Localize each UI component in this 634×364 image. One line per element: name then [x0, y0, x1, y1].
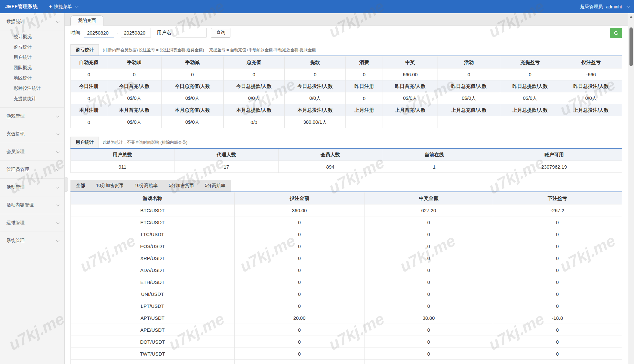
- table-cell: 充提盈亏: [500, 57, 560, 68]
- table-row: LTC/USDT000: [71, 228, 622, 240]
- table-cell: 0: [346, 68, 383, 80]
- sidebar-submenu: 统计概况盈亏统计用户统计团队概况地区统计彩种投注统计充提款统计: [0, 30, 64, 107]
- table-cell: ADA/USDT: [71, 264, 235, 276]
- user-menu[interactable]: 超级管理员 adminht: [580, 4, 629, 10]
- table-cell: LTC/USDT: [71, 228, 235, 240]
- quick-menu-button[interactable]: + 快捷菜单: [49, 4, 78, 10]
- scrollbar-up-arrow-icon[interactable]: [629, 16, 633, 18]
- scrollbar-thumb[interactable]: [629, 27, 633, 66]
- username-input[interactable]: [176, 28, 206, 37]
- table-row: ADA/USDT000: [71, 264, 622, 276]
- table-cell: 0$/0人: [162, 92, 223, 104]
- refresh-icon: [613, 30, 619, 36]
- table-cell: 0: [234, 264, 365, 276]
- table-cell: 0: [234, 276, 365, 288]
- user-section-note: 此处为总计，不受查询时间影响 (排除内部会员): [103, 140, 187, 145]
- table-cell: 0: [365, 240, 493, 252]
- table-cell: 0: [365, 300, 493, 312]
- table-cell: 消费: [346, 57, 383, 68]
- table-cell: 1: [382, 161, 486, 173]
- sidebar-group-member-mgmt[interactable]: 会员管理: [0, 143, 64, 161]
- topbar: JEFF管理系统 + 快捷菜单 超级管理员 adminht: [0, 0, 634, 13]
- game-category-tab[interactable]: 5分加密货币: [163, 180, 199, 192]
- table-cell: -666: [560, 68, 622, 80]
- table-cell: 894: [279, 161, 382, 173]
- table-cell: 用户总数: [71, 149, 174, 161]
- search-button[interactable]: 查询: [211, 28, 230, 38]
- table-cell: 上月总投注/人数: [560, 104, 622, 116]
- chevron-down-icon: [56, 239, 59, 242]
- table-cell: 0: [493, 360, 622, 364]
- table-cell: 今日首充/人数: [107, 80, 162, 92]
- sidebar-group-activity-content[interactable]: 活动内容管理: [0, 196, 64, 214]
- plus-icon: +: [49, 4, 52, 9]
- table-cell: -18.8: [493, 312, 622, 324]
- chevron-down-icon: [56, 168, 59, 171]
- table-cell: EOS/USDT: [71, 240, 235, 252]
- tab-my-desktop[interactable]: 我的桌面: [70, 16, 103, 26]
- date-from-input[interactable]: [84, 28, 114, 37]
- game-category-tab[interactable]: 全部: [70, 180, 90, 192]
- user-stats-section: 用户统计 此处为总计，不受查询时间影响 (排除内部会员) 用户总数代理人数会员人…: [70, 137, 622, 173]
- table-row: ICP/USDT000: [71, 360, 622, 364]
- table-cell: 0: [284, 68, 345, 80]
- sidebar-submenu-item[interactable]: 用户统计: [0, 52, 64, 63]
- sidebar-group-data-stats[interactable]: 数据统计: [0, 13, 64, 30]
- table-cell: 0: [71, 116, 107, 128]
- table-cell: 昨日注册: [346, 80, 383, 92]
- table-cell: 0: [365, 288, 493, 300]
- game-category-tab[interactable]: 10分加密货币: [90, 180, 129, 192]
- table-cell: 0: [346, 92, 383, 104]
- sidebar-group-label: 会员管理: [6, 149, 55, 155]
- date-separator: -: [117, 30, 118, 36]
- sidebar-submenu-item[interactable]: 彩种投注统计: [0, 83, 64, 94]
- table-cell: 手动加: [107, 57, 162, 68]
- table-row: ETC/USDT000: [71, 216, 622, 228]
- table-cell: 0/0: [223, 116, 284, 128]
- table-cell: 昨日总提款/人数: [500, 80, 560, 92]
- sidebar-group-game-mgmt[interactable]: 游戏管理: [0, 107, 64, 125]
- table-cell: LPT/USDT: [71, 300, 235, 312]
- game-category-tab[interactable]: 10分高赔率: [129, 180, 164, 192]
- game-stats-section: 全部10分加密货币10分高赔率5分加密货币5分高赔率 游戏名称投注金额中奖金额下…: [70, 180, 622, 364]
- date-to-input[interactable]: [121, 28, 151, 37]
- page-scrollbar[interactable]: [628, 13, 634, 364]
- refresh-button[interactable]: [610, 28, 622, 38]
- sidebar-group-ops-mgmt[interactable]: 运维管理: [0, 214, 64, 232]
- table-cell: 上月总提款/人数: [500, 104, 560, 116]
- sidebar-group-recharge-withdraw[interactable]: 充值提现: [0, 125, 64, 143]
- sidebar-group-label: 数据统计: [6, 19, 55, 25]
- sidebar-submenu-item[interactable]: 充提款统计: [0, 94, 64, 104]
- table-cell: 今日注册: [71, 80, 107, 92]
- game-category-tab[interactable]: 5分高赔率: [199, 180, 231, 192]
- table-cell: 0$/0人: [162, 116, 223, 128]
- table-cell: 今日总提款/人数: [223, 80, 284, 92]
- table-cell: [560, 116, 622, 128]
- table-cell: 627.20: [365, 204, 493, 216]
- sidebar-group-admin-mgmt[interactable]: 管理员管理: [0, 161, 64, 178]
- table-row: DOT/USDT000: [71, 336, 622, 348]
- main-content: 我的桌面 时间: - 用户名: 查询 盈亏统计 (排除内部会员数据) 投注盈亏 …: [65, 13, 628, 364]
- table-cell: 0: [234, 228, 365, 240]
- table-cell: 今日总充值/人数: [162, 80, 223, 92]
- sidebar-submenu-item[interactable]: 地区统计: [0, 73, 64, 83]
- table-cell: 代理人数: [174, 149, 278, 161]
- table-cell: 投注金额: [234, 192, 365, 204]
- table-cell: 380.00/1人: [284, 116, 345, 128]
- table-cell: 0: [493, 288, 622, 300]
- table-cell: ICP/USDT: [71, 360, 235, 364]
- sidebar-submenu-item[interactable]: 统计概况: [0, 32, 64, 42]
- table-cell: 0: [493, 336, 622, 348]
- table-cell: [500, 116, 560, 128]
- sidebar-submenu-item[interactable]: 盈亏统计: [0, 42, 64, 52]
- sidebar-collapse-handle[interactable]: [65, 177, 68, 192]
- table-cell: 360.00: [234, 204, 365, 216]
- sidebar-submenu-item[interactable]: 团队概况: [0, 63, 64, 73]
- profit-section-header: 盈亏统计 (排除内部会员数据) 投注盈亏 = (投注消费金额-返奖金额) 充提盈…: [70, 44, 622, 56]
- table-cell: 0: [493, 276, 622, 288]
- sidebar-group-system-mgmt[interactable]: 系统管理: [0, 232, 64, 249]
- sidebar-group-activity-mgmt[interactable]: 活动管理: [0, 178, 64, 196]
- table-cell: 0: [365, 228, 493, 240]
- table-cell: 0: [500, 68, 560, 80]
- chevron-down-icon: [56, 203, 59, 206]
